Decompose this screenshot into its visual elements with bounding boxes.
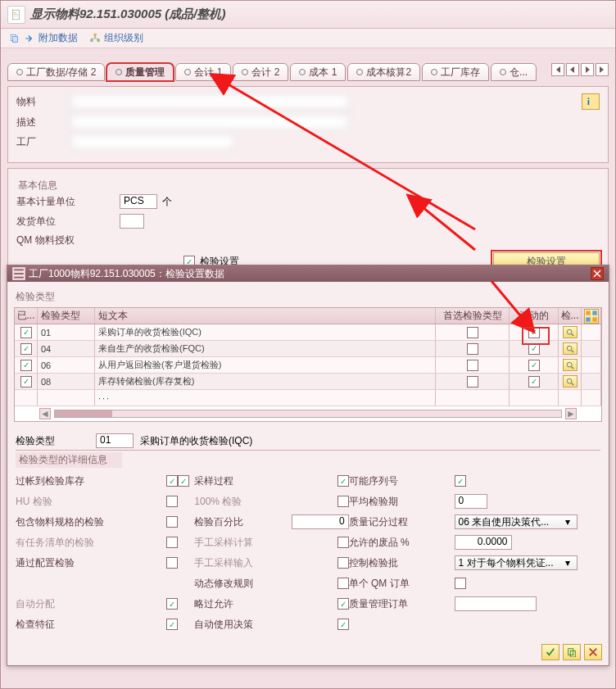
manual-sample-input-checkbox[interactable] (337, 557, 349, 569)
tab-cost-calc-2[interactable]: 成本核算2 (347, 63, 420, 81)
row-detail-button[interactable] (563, 342, 578, 355)
sampling-proc-flag-checkbox[interactable] (337, 475, 349, 487)
qm-order-field[interactable] (455, 596, 537, 611)
row-select-checkbox[interactable] (20, 360, 32, 371)
single-qm-order-checkbox[interactable] (455, 578, 466, 589)
detail-type-value[interactable]: 01 (96, 433, 134, 448)
toolbar: 附加数据 组织级别 (1, 29, 615, 48)
col-selected[interactable]: 已... (15, 308, 38, 324)
svg-rect-8 (97, 39, 99, 41)
inspect-pct-field[interactable]: 0 (292, 514, 349, 529)
row-preferred-checkbox[interactable] (467, 343, 478, 355)
table-row[interactable]: 01采购订单的收货检验(IQC) (15, 324, 601, 341)
col-detail[interactable]: 检... (559, 308, 582, 324)
arrow-right-icon (24, 33, 35, 44)
tab-plant-data-2[interactable]: 工厂数据/存储 2 (7, 63, 105, 81)
issue-unit-label: 发货单位 (16, 215, 115, 229)
row-detail-button[interactable] (563, 359, 578, 371)
tab-next-button[interactable] (581, 63, 594, 76)
auto-assign-checkbox[interactable] (166, 598, 178, 610)
table-scrollbar[interactable]: ◄ ► (15, 406, 601, 421)
mat-spec-checkbox[interactable] (166, 516, 178, 528)
row-active-checkbox[interactable] (528, 360, 540, 371)
row-detail-button[interactable] (563, 375, 578, 388)
config-checkbox[interactable] (166, 557, 178, 569)
allowed-scrap-field[interactable]: 0.0000 (455, 535, 512, 550)
hundred-pct-checkbox[interactable] (337, 496, 349, 507)
info-icon[interactable] (582, 93, 600, 110)
manual-sample-calc-checkbox[interactable] (337, 537, 349, 548)
check-char-checkbox[interactable] (166, 619, 178, 630)
row-preferred-checkbox[interactable] (467, 360, 478, 371)
tab-prev-button[interactable] (566, 63, 579, 76)
scroll-left-button[interactable]: ◄ (39, 408, 51, 419)
row-preferred-checkbox[interactable] (467, 327, 478, 338)
copy-button[interactable] (563, 644, 581, 660)
row-preferred-checkbox[interactable] (467, 376, 478, 388)
row-detail-button[interactable] (563, 326, 578, 338)
tab-last-button[interactable] (596, 63, 609, 76)
dialog-menu-icon[interactable] (12, 267, 25, 280)
row-active-checkbox[interactable] (528, 343, 540, 355)
avg-insp-duration-field[interactable]: 0 (455, 494, 487, 509)
svg-point-15 (567, 329, 572, 334)
inspection-settings-dialog: 工厂1000物料92.151.030005：检验设置数据 检验类型 已... 检… (7, 265, 609, 666)
post-to-insp-stock-checkbox[interactable] (166, 475, 178, 487)
org-level-button[interactable]: 组织级别 (89, 31, 143, 45)
row-active-checkbox[interactable] (528, 376, 540, 388)
table-row[interactable]: 08库存转储检验(库存复检) (15, 374, 601, 390)
dynamic-rule-checkbox[interactable] (337, 578, 349, 589)
svg-rect-3 (14, 16, 19, 16)
quality-score-combo[interactable]: 06 来自使用决策代...▾ (455, 514, 578, 529)
tab-first-button[interactable] (551, 63, 564, 76)
control-insp-lot-combo[interactable]: 1 对于每个物料凭证...▾ (455, 555, 578, 570)
col-active[interactable]: 活动的 (510, 308, 559, 324)
tab-cost-1[interactable]: 成本 1 (290, 63, 346, 81)
serial-possible-checkbox[interactable] (455, 475, 466, 487)
issue-unit-field[interactable] (120, 214, 144, 229)
tab-accounting-1[interactable]: 会计 1 (175, 63, 231, 81)
detail-panel: 检验类型的详细信息 过帐到检验库存 HU 检验 包含物料规格的检验 有任务清单的… (16, 450, 600, 632)
row-select-checkbox[interactable] (20, 376, 32, 388)
col-preferred[interactable]: 首选检验类型 (436, 308, 510, 324)
basic-info-title: 基本信息 (18, 179, 600, 193)
skip-allowed-checkbox[interactable] (337, 598, 349, 610)
table-row[interactable]: 06从用户返回检验(客户退货检验) (15, 357, 601, 374)
col-short-text[interactable]: 短文本 (95, 308, 436, 324)
append-data-button[interactable]: 附加数据 (9, 31, 78, 45)
uom-field[interactable]: PCS (120, 194, 157, 209)
plant-value (70, 134, 234, 149)
tab-accounting-2[interactable]: 会计 2 (233, 63, 288, 81)
desc-value (70, 115, 349, 129)
tasklist-checkbox[interactable] (166, 537, 178, 548)
table-row[interactable]: 04来自生产的收货检验(FQC) (15, 341, 601, 357)
dialog-title: 工厂1000物料92.151.030005：检验设置数据 (29, 267, 591, 281)
row-select-checkbox[interactable] (20, 343, 32, 355)
org-level-label: 组织级别 (104, 31, 143, 45)
scrollbar-thumb[interactable] (55, 410, 112, 417)
row-select-checkbox[interactable] (20, 327, 32, 338)
hierarchy-icon (89, 33, 101, 44)
uom-label: 基本计量单位 (16, 195, 115, 209)
title-bar: 显示物料92.151.030005 (成品/整机) (1, 1, 615, 29)
svg-rect-11 (586, 311, 590, 315)
hu-insp-checkbox[interactable] (166, 496, 178, 507)
svg-rect-6 (94, 34, 96, 35)
auto-ud-checkbox[interactable] (337, 619, 349, 630)
scrollbar-track[interactable] (54, 410, 562, 418)
grid-settings-button[interactable] (582, 308, 601, 324)
tab-more[interactable]: 仓... (491, 63, 537, 81)
row-active-checkbox[interactable] (528, 327, 540, 338)
copy-icon (9, 33, 20, 44)
dialog-close-button[interactable] (591, 267, 604, 280)
tab-quality-mgmt[interactable]: 质量管理 (106, 63, 174, 81)
cancel-button[interactable] (584, 644, 602, 660)
tab-plant-stock[interactable]: 工厂库存 (422, 63, 489, 81)
scroll-right-button[interactable]: ► (565, 408, 577, 419)
col-type[interactable]: 检验类型 (38, 308, 95, 324)
accept-button[interactable] (541, 644, 559, 660)
material-label: 物料 (16, 95, 66, 109)
sampling-proc-checkbox[interactable] (178, 475, 189, 487)
svg-rect-13 (586, 317, 590, 321)
tab-pager (551, 63, 609, 76)
